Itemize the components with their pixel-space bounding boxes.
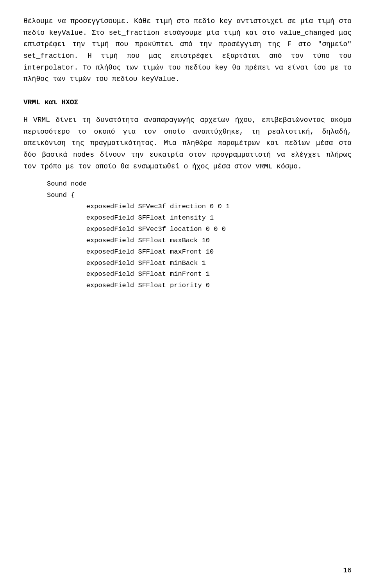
code-label: Sound node	[47, 179, 352, 190]
code-line-6: exposedField SFFloat minBack 1	[70, 258, 352, 269]
code-block-sound-node: Sound node Sound { exposedField SFVec3f …	[47, 179, 352, 291]
paragraph-2: Η VRML δίνει τη δυνατότητα αναπαραγωγής …	[23, 114, 352, 172]
paragraph-1: θέλουμε να προσεγγίσουμε. Κάθε τιμή στο …	[23, 16, 352, 85]
section-heading-vrml-sound: VRML και ΗΧΟΣ	[23, 97, 352, 108]
page-number: 16	[343, 565, 352, 576]
code-line-3: exposedField SFVec3f location 0 0 0	[70, 224, 352, 235]
code-line-2: exposedField SFFloat intensity 1	[70, 213, 352, 224]
code-line-5: exposedField SFFloat maxFront 10	[70, 247, 352, 258]
code-line-7: exposedField SFFloat minFront 1	[70, 269, 352, 280]
code-line-4: exposedField SFFloat maxBack 10	[70, 235, 352, 247]
code-line-8: exposedField SFFloat priority 0	[70, 280, 352, 291]
code-line-1: exposedField SFVec3f direction 0 0 1	[70, 201, 352, 213]
code-open-brace: Sound {	[47, 190, 352, 201]
main-content: θέλουμε να προσεγγίσουμε. Κάθε τιμή στο …	[23, 16, 352, 291]
